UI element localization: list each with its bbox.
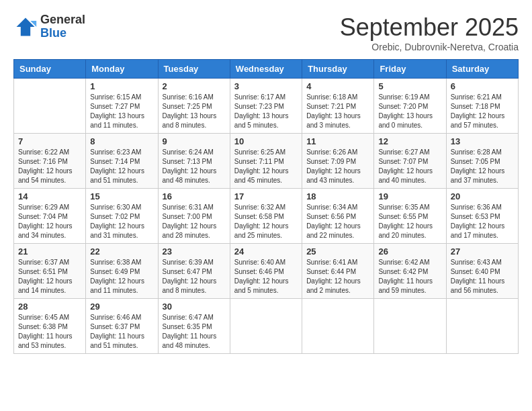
day-info: Sunrise: 6:28 AMSunset: 7:05 PMDaylight:… xyxy=(451,148,514,185)
day-info: Sunrise: 6:24 AMSunset: 7:13 PMDaylight:… xyxy=(163,148,226,185)
calendar-cell: 20Sunrise: 6:36 AMSunset: 6:53 PMDayligh… xyxy=(446,189,518,244)
day-number: 28 xyxy=(18,302,81,312)
day-info: Sunrise: 6:23 AMSunset: 7:14 PMDaylight:… xyxy=(90,148,153,185)
day-info: Sunrise: 6:41 AMSunset: 6:44 PMDaylight:… xyxy=(306,258,369,295)
logo-icon xyxy=(13,15,38,39)
calendar-cell: 12Sunrise: 6:27 AMSunset: 7:07 PMDayligh… xyxy=(374,134,446,189)
calendar-cell: 15Sunrise: 6:30 AMSunset: 7:02 PMDayligh… xyxy=(86,189,158,244)
day-info: Sunrise: 6:46 AMSunset: 6:37 PMDaylight:… xyxy=(90,313,153,351)
logo: General Blue xyxy=(13,13,85,40)
day-info: Sunrise: 6:45 AMSunset: 6:38 PMDaylight:… xyxy=(18,313,81,351)
day-info: Sunrise: 6:34 AMSunset: 6:56 PMDaylight:… xyxy=(306,203,369,240)
weekday-header-tuesday: Tuesday xyxy=(158,60,230,79)
day-info: Sunrise: 6:17 AMSunset: 7:23 PMDaylight:… xyxy=(234,93,298,130)
calendar-cell: 14Sunrise: 6:29 AMSunset: 7:04 PMDayligh… xyxy=(14,189,86,244)
logo-general: General xyxy=(40,13,85,27)
calendar-week-0: 1Sunrise: 6:15 AMSunset: 7:27 PMDaylight… xyxy=(14,79,519,134)
calendar-cell: 8Sunrise: 6:23 AMSunset: 7:14 PMDaylight… xyxy=(86,134,158,189)
day-number: 24 xyxy=(234,246,298,257)
day-number: 5 xyxy=(378,81,441,91)
calendar-cell xyxy=(446,299,518,354)
calendar-cell: 28Sunrise: 6:45 AMSunset: 6:38 PMDayligh… xyxy=(14,299,86,354)
day-info: Sunrise: 6:30 AMSunset: 7:02 PMDaylight:… xyxy=(90,203,153,240)
day-number: 26 xyxy=(378,246,441,257)
day-number: 1 xyxy=(90,81,153,91)
logo-blue: Blue xyxy=(40,27,85,40)
day-number: 8 xyxy=(90,136,153,146)
day-info: Sunrise: 6:18 AMSunset: 7:21 PMDaylight:… xyxy=(306,93,369,130)
calendar-cell: 27Sunrise: 6:43 AMSunset: 6:40 PMDayligh… xyxy=(446,244,518,299)
calendar-cell: 9Sunrise: 6:24 AMSunset: 7:13 PMDaylight… xyxy=(158,134,230,189)
weekday-header-friday: Friday xyxy=(374,60,446,79)
calendar-cell: 11Sunrise: 6:26 AMSunset: 7:09 PMDayligh… xyxy=(302,134,374,189)
calendar-cell xyxy=(302,299,374,354)
calendar-header: SundayMondayTuesdayWednesdayThursdayFrid… xyxy=(14,60,519,79)
day-info: Sunrise: 6:27 AMSunset: 7:07 PMDaylight:… xyxy=(378,148,441,185)
calendar-cell: 1Sunrise: 6:15 AMSunset: 7:27 PMDaylight… xyxy=(86,79,158,134)
day-info: Sunrise: 6:39 AMSunset: 6:47 PMDaylight:… xyxy=(163,258,226,295)
day-info: Sunrise: 6:25 AMSunset: 7:11 PMDaylight:… xyxy=(234,148,298,185)
calendar-cell: 24Sunrise: 6:40 AMSunset: 6:46 PMDayligh… xyxy=(230,244,302,299)
calendar-week-4: 28Sunrise: 6:45 AMSunset: 6:38 PMDayligh… xyxy=(14,299,519,354)
calendar-cell: 4Sunrise: 6:18 AMSunset: 7:21 PMDaylight… xyxy=(302,79,374,134)
page-header: General Blue September 2025 Orebic, Dubr… xyxy=(13,13,519,52)
calendar-cell: 5Sunrise: 6:19 AMSunset: 7:20 PMDaylight… xyxy=(374,79,446,134)
day-number: 30 xyxy=(163,302,226,312)
day-info: Sunrise: 6:29 AMSunset: 7:04 PMDaylight:… xyxy=(18,203,81,240)
location-subtitle: Orebic, Dubrovnik-Neretva, Croatia xyxy=(340,42,519,52)
day-info: Sunrise: 6:38 AMSunset: 6:49 PMDaylight:… xyxy=(90,258,153,295)
day-info: Sunrise: 6:32 AMSunset: 6:58 PMDaylight:… xyxy=(234,203,298,240)
calendar-cell: 30Sunrise: 6:47 AMSunset: 6:35 PMDayligh… xyxy=(158,299,230,354)
calendar-week-1: 7Sunrise: 6:22 AMSunset: 7:16 PMDaylight… xyxy=(14,134,519,189)
logo-text: General Blue xyxy=(40,13,85,40)
day-number: 29 xyxy=(90,302,153,312)
day-info: Sunrise: 6:35 AMSunset: 6:55 PMDaylight:… xyxy=(378,203,441,240)
calendar-cell: 23Sunrise: 6:39 AMSunset: 6:47 PMDayligh… xyxy=(158,244,230,299)
day-number: 15 xyxy=(90,191,153,201)
weekday-header-wednesday: Wednesday xyxy=(230,60,302,79)
calendar-cell: 26Sunrise: 6:42 AMSunset: 6:42 PMDayligh… xyxy=(374,244,446,299)
day-number: 4 xyxy=(306,81,369,91)
day-info: Sunrise: 6:16 AMSunset: 7:25 PMDaylight:… xyxy=(163,93,226,130)
weekday-header-thursday: Thursday xyxy=(302,60,374,79)
day-number: 6 xyxy=(451,81,514,91)
day-info: Sunrise: 6:37 AMSunset: 6:51 PMDaylight:… xyxy=(18,258,81,295)
day-number: 12 xyxy=(378,136,441,146)
svg-marker-0 xyxy=(17,17,35,36)
calendar-cell: 25Sunrise: 6:41 AMSunset: 6:44 PMDayligh… xyxy=(302,244,374,299)
day-info: Sunrise: 6:26 AMSunset: 7:09 PMDaylight:… xyxy=(306,148,369,185)
calendar-cell: 2Sunrise: 6:16 AMSunset: 7:25 PMDaylight… xyxy=(158,79,230,134)
day-number: 2 xyxy=(163,81,226,91)
day-info: Sunrise: 6:43 AMSunset: 6:40 PMDaylight:… xyxy=(451,258,514,295)
day-number: 21 xyxy=(18,246,81,257)
day-number: 25 xyxy=(306,246,369,257)
calendar-body: 1Sunrise: 6:15 AMSunset: 7:27 PMDaylight… xyxy=(14,79,519,354)
day-number: 11 xyxy=(306,136,369,146)
day-info: Sunrise: 6:31 AMSunset: 7:00 PMDaylight:… xyxy=(163,203,226,240)
day-info: Sunrise: 6:21 AMSunset: 7:18 PMDaylight:… xyxy=(451,93,514,130)
day-info: Sunrise: 6:40 AMSunset: 6:46 PMDaylight:… xyxy=(234,258,298,295)
day-number: 16 xyxy=(163,191,226,201)
weekday-header-sunday: Sunday xyxy=(14,60,86,79)
calendar-week-2: 14Sunrise: 6:29 AMSunset: 7:04 PMDayligh… xyxy=(14,189,519,244)
calendar-week-3: 21Sunrise: 6:37 AMSunset: 6:51 PMDayligh… xyxy=(14,244,519,299)
calendar-cell: 10Sunrise: 6:25 AMSunset: 7:11 PMDayligh… xyxy=(230,134,302,189)
calendar-cell: 13Sunrise: 6:28 AMSunset: 7:05 PMDayligh… xyxy=(446,134,518,189)
calendar-cell: 29Sunrise: 6:46 AMSunset: 6:37 PMDayligh… xyxy=(86,299,158,354)
calendar-cell: 7Sunrise: 6:22 AMSunset: 7:16 PMDaylight… xyxy=(14,134,86,189)
day-number: 17 xyxy=(234,191,298,201)
weekday-header-row: SundayMondayTuesdayWednesdayThursdayFrid… xyxy=(14,60,519,79)
calendar-cell: 16Sunrise: 6:31 AMSunset: 7:00 PMDayligh… xyxy=(158,189,230,244)
month-title: September 2025 xyxy=(340,13,519,42)
calendar-cell: 3Sunrise: 6:17 AMSunset: 7:23 PMDaylight… xyxy=(230,79,302,134)
calendar-cell: 6Sunrise: 6:21 AMSunset: 7:18 PMDaylight… xyxy=(446,79,518,134)
weekday-header-saturday: Saturday xyxy=(446,60,518,79)
day-number: 14 xyxy=(18,191,81,201)
day-number: 10 xyxy=(234,136,298,146)
calendar-cell: 18Sunrise: 6:34 AMSunset: 6:56 PMDayligh… xyxy=(302,189,374,244)
day-number: 3 xyxy=(234,81,298,91)
day-number: 9 xyxy=(163,136,226,146)
calendar-cell xyxy=(374,299,446,354)
day-info: Sunrise: 6:19 AMSunset: 7:20 PMDaylight:… xyxy=(378,93,441,130)
calendar-cell xyxy=(230,299,302,354)
